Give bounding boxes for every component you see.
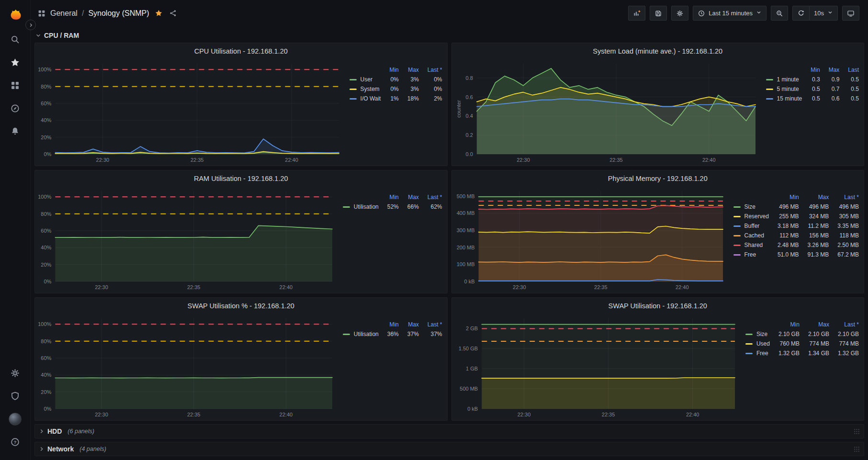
legend-series-label[interactable]: 5 minute (766, 84, 802, 94)
panel-body: 0%20%40%60%80%100%22:3022:3522:40MinMaxL… (35, 186, 447, 293)
sidebar-configuration-button[interactable] (6, 363, 25, 382)
refresh-group: 10s (792, 6, 838, 21)
panel: SWAP Utilisation - 192.168.1.200 kB500 M… (451, 297, 865, 421)
svg-text:0 kB: 0 kB (467, 406, 478, 412)
legend-column-header[interactable]: Last (839, 65, 859, 75)
legend-value: 3.26 MB (799, 240, 829, 250)
legend-series-label[interactable]: System (349, 84, 381, 94)
legend-series-label[interactable]: 15 minute (766, 94, 802, 103)
chart-area[interactable]: 0%20%40%60%80%100%22:3022:3522:40 (38, 186, 336, 292)
chart-area[interactable]: 0%20%40%60%80%100%22:3022:3522:40 (38, 59, 343, 165)
sidebar-profile-button[interactable] (6, 409, 25, 428)
legend-value: 52% (379, 202, 399, 212)
sidebar-explore-button[interactable] (6, 99, 25, 118)
legend-series-label[interactable]: Reserved (733, 212, 769, 221)
breadcrumb-dashboard-title[interactable]: Synology (SNMP) (88, 9, 149, 18)
legend-column-header[interactable]: Last * (419, 192, 442, 202)
dashboard-settings-button[interactable] (671, 6, 688, 21)
svg-text:22:40: 22:40 (280, 284, 293, 290)
row-network[interactable]: Network (4 panels) (34, 442, 864, 456)
legend-series-name: 1 minute (777, 75, 799, 84)
refresh-interval-dropdown[interactable]: 10s (810, 6, 838, 21)
chart-area[interactable]: 0%20%40%60%80%100%22:3022:3522:40 (38, 314, 336, 419)
legend-column-header[interactable]: Last * (419, 65, 442, 75)
legend-value: 67.2 MB (829, 250, 859, 259)
legend-series-label[interactable]: Free (745, 348, 770, 358)
legend-column-header[interactable]: Max (399, 320, 419, 329)
legend-series-label[interactable]: 1 minute (766, 75, 802, 84)
row-drag-handle[interactable] (854, 428, 860, 435)
time-range-picker[interactable]: Last 15 minutes (693, 6, 767, 21)
legend-series-label[interactable]: Buffer (733, 221, 769, 231)
legend-column-header[interactable]: Max (800, 320, 829, 329)
legend-column-header[interactable]: Max (820, 65, 840, 75)
legend-series-label[interactable]: User (349, 75, 381, 84)
legend-series-label[interactable]: Size (733, 202, 769, 212)
legend-column-header[interactable]: Min (381, 65, 398, 75)
sidebar-server-admin-button[interactable] (6, 386, 25, 405)
legend-series-label[interactable]: Cached (733, 231, 769, 240)
legend-series-label[interactable]: I/O Wait (349, 94, 381, 103)
chevron-right-icon (39, 446, 45, 452)
legend-series-label[interactable]: Utilisation (343, 202, 379, 212)
legend-column-header[interactable]: Min (769, 192, 799, 202)
svg-text:40%: 40% (41, 372, 51, 378)
sidebar-alerting-button[interactable] (6, 122, 25, 141)
legend-column-header[interactable]: Max (399, 192, 419, 202)
legend-value: 0.3 (802, 75, 820, 84)
panel-title[interactable]: Physical Memory - 192.168.1.20 (608, 175, 708, 182)
svg-text:22:30: 22:30 (95, 284, 108, 290)
legend-series-label[interactable]: Used (745, 339, 770, 348)
legend-series-label[interactable]: Shared (733, 240, 769, 250)
save-dashboard-button[interactable] (650, 6, 667, 21)
kiosk-mode-button[interactable] (842, 6, 859, 21)
legend-column-header[interactable]: Last * (419, 320, 442, 329)
sidebar-expand-button[interactable] (25, 20, 36, 30)
sidebar-search-button[interactable] (6, 30, 25, 49)
legend-column-header[interactable]: Min (379, 320, 399, 329)
panel-header: CPU Utilisation - 192.168.1.20 (35, 43, 447, 59)
legend-column-header[interactable]: Last * (829, 192, 859, 202)
sidebar-dashboards-button[interactable] (6, 76, 25, 95)
add-panel-button[interactable] (628, 6, 645, 21)
row-cpu-ram[interactable]: CPU / RAM (34, 29, 864, 42)
share-dashboard-button[interactable] (168, 8, 178, 18)
sidebar-starred-button[interactable] (6, 53, 25, 72)
legend-series-label[interactable]: Free (733, 250, 769, 259)
chevron-right-icon (39, 428, 45, 434)
legend-series-label[interactable]: Utilisation (343, 329, 379, 339)
row-drag-handle[interactable] (854, 446, 860, 452)
svg-text:22:40: 22:40 (280, 412, 293, 417)
legend-series-label[interactable]: Size (745, 329, 770, 339)
zoom-out-button[interactable] (771, 6, 788, 21)
chart-canvas: 0 kB500 MB1 GB1.50 GB2 GB22:3022:3522:40 (455, 314, 739, 419)
legend-value: 0.5 (839, 94, 859, 103)
svg-text:0 kB: 0 kB (464, 279, 474, 284)
svg-text:80%: 80% (41, 338, 51, 344)
panel-body: 0 kB500 MB1 GB1.50 GB2 GB22:3022:3522:40… (452, 314, 864, 420)
legend-column-header[interactable]: Min (802, 65, 820, 75)
legend-column-header[interactable]: Last * (829, 320, 859, 329)
panel-title[interactable]: RAM Utilisation - 192.168.1.20 (194, 175, 288, 182)
legend-column-header[interactable]: Min (770, 320, 800, 329)
panel-title[interactable]: CPU Utilisation - 192.168.1.20 (194, 47, 288, 55)
breadcrumb-folder[interactable]: General (50, 9, 78, 18)
chart-area[interactable]: 0 kB100 MB200 MB300 MB400 MB500 MB22:302… (455, 186, 727, 292)
legend-column-header[interactable]: Max (799, 192, 829, 202)
chart-area[interactable]: 0 kB500 MB1 GB1.50 GB2 GB22:3022:3522:40 (455, 314, 739, 419)
refresh-button[interactable] (792, 6, 810, 21)
grafana-logo[interactable] (5, 5, 25, 25)
panel-title[interactable]: SWAP Utilisation % - 192.168.1.20 (188, 302, 294, 310)
panel-title[interactable]: SWAP Utilisation - 192.168.1.20 (609, 302, 707, 310)
legend-series-name: I/O Wait (361, 94, 381, 103)
legend-column-header[interactable]: Max (399, 65, 419, 75)
panel-title[interactable]: System Load (minute ave.) - 192.168.1.20 (593, 47, 722, 55)
row-hdd[interactable]: HDD (6 panels) (34, 424, 864, 438)
legend-column-header[interactable]: Min (379, 192, 399, 202)
compass-icon (10, 103, 20, 113)
favorite-star-button[interactable] (154, 8, 164, 18)
panel: SWAP Utilisation % - 192.168.1.200%20%40… (34, 297, 448, 421)
series-color-swatch (733, 254, 741, 256)
sidebar-help-button[interactable]: ? (6, 432, 25, 451)
chart-area[interactable]: 0.00.20.40.60.822:3022:3522:40counter (455, 59, 759, 165)
